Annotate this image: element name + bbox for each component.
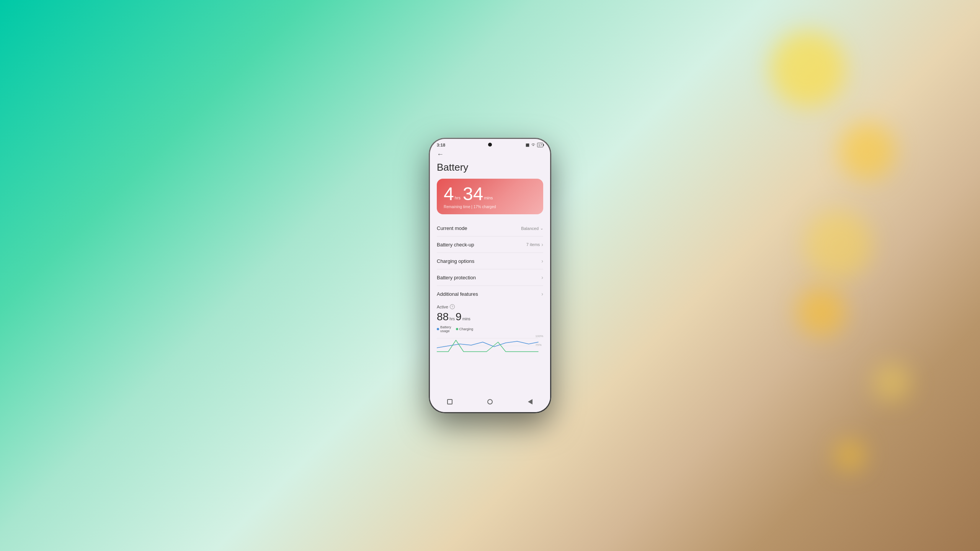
phone-outer: 3:18 ⬛ 17 [429,138,551,413]
nav-square-button[interactable] [446,398,454,406]
content: ← Battery 4 hrs 34 mins Remaining time |… [430,149,550,395]
menu-item-charging-options[interactable]: Charging options › [437,253,543,269]
chart-area: 100% 75% [437,334,543,354]
bokeh-light-6 [835,440,865,471]
battery-checkup-items: 7 items [526,242,540,247]
bokeh-light-3 [804,210,873,279]
menu-item-additional-features[interactable]: Additional features › [437,286,543,302]
active-header: Active ? [437,304,543,309]
status-bar: 3:18 ⬛ 17 [430,139,550,149]
wifi-icon [531,143,536,147]
status-icons: ⬛ 17 [526,143,543,147]
battery-subtitle: Remaining time | 17% charged [444,205,536,209]
menu-right-battery-checkup: 7 items › [526,241,543,248]
page-title: Battery [437,161,543,173]
screen: 3:18 ⬛ 17 [430,139,550,412]
phone-inner: 3:18 ⬛ 17 [430,139,550,412]
nav-square-icon [447,399,452,404]
active-hours: 88 [437,311,449,323]
phone: 3:18 ⬛ 17 [429,138,551,413]
bokeh-light-5 [873,364,911,402]
battery-chart [437,334,543,354]
info-icon[interactable]: ? [450,304,455,309]
menu-label-additional-features: Additional features [437,291,478,297]
menu-right-additional-features: › [541,291,543,297]
active-section: Active ? 88 hrs 9 mins Battery [437,304,543,354]
nav-circle-icon [487,399,493,404]
battery-minutes: 34 [463,185,483,203]
status-time: 3:18 [437,143,445,147]
nav-triangle-icon [528,399,532,404]
legend-battery-usage: Batteryusage [437,325,451,333]
active-time-display: 88 hrs 9 mins [437,311,543,323]
menu-right-current-mode: Balanced ⌄ [521,226,543,231]
legend-charging-label: Charging [459,327,474,331]
menu-label-charging-options: Charging options [437,258,474,264]
legend-battery-label: Batteryusage [440,325,451,333]
chevron-icon-additional: › [541,291,543,297]
menu-list: Current mode Balanced ⌄ Battery check-up… [437,220,543,302]
active-label: Active [437,305,448,309]
battery-status-icon: 17 [537,143,543,147]
nav-home-button[interactable] [486,398,494,406]
back-button[interactable]: ← [437,150,543,158]
chart-labels: 100% 75% [536,334,543,347]
legend-charging: Charging [456,327,474,331]
active-minutes: 9 [456,311,462,323]
chart-label-100: 100% [536,334,543,338]
battery-minutes-unit: mins [484,196,493,200]
current-mode-value: Balanced [521,226,539,231]
chevron-icon-protection: › [541,274,543,280]
back-arrow-icon: ← [437,150,444,158]
menu-label-battery-protection: Battery protection [437,275,476,280]
bokeh-light-2 [838,122,896,180]
chevron-icon-checkup: › [541,241,543,248]
active-hours-unit: hrs [449,317,455,321]
dropdown-icon: ⌄ [540,226,543,230]
chevron-icon-charging: › [541,258,543,264]
nav-back-button[interactable] [526,398,534,406]
sim-icon: ⬛ [526,143,529,147]
legend-dot-charging [456,328,458,330]
menu-label-battery-checkup: Battery check-up [437,242,474,248]
menu-item-battery-checkup[interactable]: Battery check-up 7 items › [437,236,543,253]
chart-legend: Batteryusage Charging [437,325,543,333]
active-minutes-unit: mins [462,317,470,321]
battery-card: 4 hrs 34 mins Remaining time | 17% charg… [437,179,543,214]
legend-dot-battery [437,328,439,330]
camera-hole [488,143,492,147]
battery-hours: 4 [444,185,454,203]
menu-item-battery-protection[interactable]: Battery protection › [437,269,543,286]
menu-label-current-mode: Current mode [437,225,467,231]
bokeh-light-1 [769,31,846,107]
chart-label-75: 75% [536,343,543,347]
battery-hours-unit: hrs [455,196,461,200]
menu-item-current-mode[interactable]: Current mode Balanced ⌄ [437,220,543,236]
menu-right-battery-protection: › [541,274,543,280]
nav-bar [430,395,550,412]
bokeh-light-4 [796,287,846,337]
battery-time-display: 4 hrs 34 mins [444,185,536,203]
menu-right-charging-options: › [541,258,543,264]
